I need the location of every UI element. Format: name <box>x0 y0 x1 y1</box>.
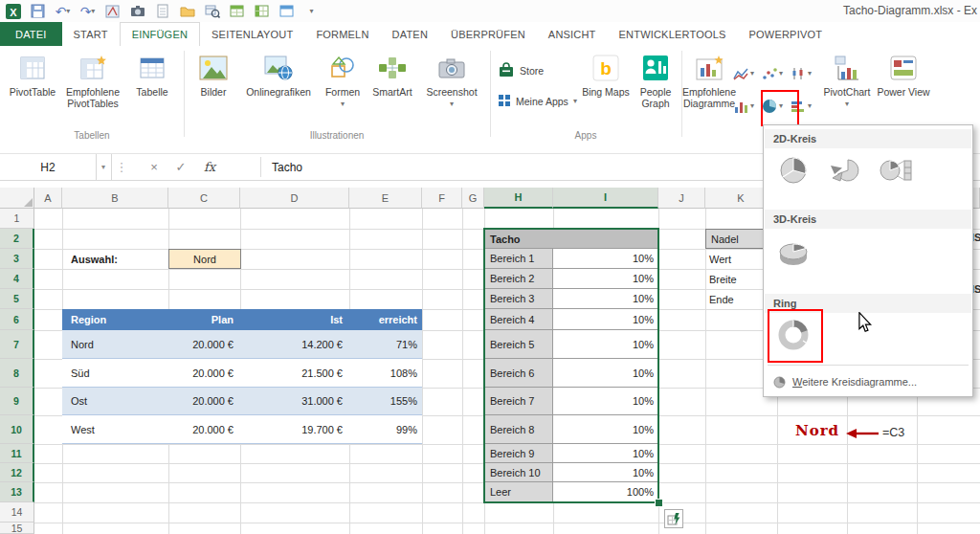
annotation-nord-text[interactable]: Nord <box>795 420 853 441</box>
column-header-I[interactable]: I <box>553 188 658 209</box>
bilder-button[interactable]: Bilder <box>191 53 235 98</box>
cell-K3-wert[interactable]: Wert <box>709 249 767 269</box>
new-sheet-button[interactable] <box>154 3 170 19</box>
scatter-chart-button[interactable]: ▾ <box>762 59 791 88</box>
bing-maps-button[interactable]: b Bing Maps <box>582 53 630 98</box>
region-table-header-plan[interactable]: Plan <box>168 309 240 330</box>
cell-H11[interactable]: Bereich 9 <box>485 444 553 463</box>
cell-H9[interactable]: Bereich 7 <box>485 388 553 415</box>
table-cell[interactable]: 20.000 € <box>168 330 240 358</box>
table-cell[interactable]: Ost <box>62 388 168 414</box>
annotation-formula-ref[interactable]: =C3 <box>882 424 904 441</box>
quick-analysis-button[interactable] <box>664 509 683 528</box>
row-header-9[interactable]: 9 <box>0 388 34 415</box>
people-graph-button[interactable]: People Graph <box>634 53 678 110</box>
table-button-1[interactable] <box>229 3 245 19</box>
row-header-2[interactable]: 2 <box>0 229 34 249</box>
zoom-table-button[interactable] <box>204 3 220 19</box>
cell-B3-auswahl-label[interactable]: Auswahl: <box>71 249 167 269</box>
row-header-4[interactable]: 4 <box>0 269 34 289</box>
cell-I13[interactable]: 100% <box>553 482 659 502</box>
table-cell[interactable]: 19.700 € <box>240 415 349 443</box>
table-cell[interactable]: 71% <box>349 330 422 358</box>
formula-input[interactable]: Tacho <box>272 154 302 180</box>
cell-H7[interactable]: Bereich 5 <box>485 330 553 359</box>
cell-H8[interactable]: Bereich 6 <box>485 359 553 388</box>
column-header-H[interactable]: H <box>484 188 553 209</box>
table-cell[interactable]: West <box>62 415 168 443</box>
row-header-6[interactable]: 6 <box>0 309 34 330</box>
folder-button[interactable] <box>179 3 195 19</box>
redo-button[interactable]: ↷▾ <box>79 3 96 19</box>
cell-I10[interactable]: 10% <box>553 415 659 444</box>
tab-datei[interactable]: DATEI <box>0 22 62 46</box>
tab-ansicht[interactable]: ANSICHT <box>537 22 608 46</box>
screenshot-button[interactable]: Screenshot ▾ <box>421 53 482 108</box>
save-button[interactable] <box>30 3 46 19</box>
row-header-11[interactable]: 11 <box>0 444 34 463</box>
tabelle-button[interactable]: Tabelle <box>126 53 178 98</box>
cell-C3-auswahl-value[interactable]: Nord <box>168 249 241 269</box>
cell-H2-tacho-header[interactable]: Tacho <box>485 230 659 249</box>
table-cell[interactable]: 20.000 € <box>168 359 240 387</box>
ring-option[interactable] <box>771 315 815 355</box>
column-header-F[interactable]: F <box>422 188 462 209</box>
cell-I9[interactable]: 10% <box>553 388 659 415</box>
row-header-5[interactable]: 5 <box>0 289 34 309</box>
row-header-8[interactable]: 8 <box>0 359 34 388</box>
power-view-button[interactable]: Power View <box>875 53 932 98</box>
table-cell[interactable]: 21.500 € <box>240 359 349 387</box>
column-header-J[interactable]: J <box>658 188 705 209</box>
column-header-E[interactable]: E <box>349 188 422 209</box>
name-box-dropdown-icon[interactable]: ▾ <box>96 154 112 180</box>
more-pie-charts-item[interactable]: Weitere Kreisdiagramme... <box>764 370 972 393</box>
column-header-C[interactable]: C <box>168 188 240 209</box>
empfohlene-diagramme-button[interactable]: Empfohlene Diagramme <box>683 53 735 110</box>
cell-I4[interactable]: 10% <box>553 269 659 289</box>
row-header-10[interactable]: 10 <box>0 415 34 444</box>
table-cell[interactable]: 20.000 € <box>168 415 240 443</box>
column-chart-button[interactable]: ▾ <box>733 92 762 121</box>
column-header-D[interactable]: D <box>240 188 349 209</box>
smartart-button[interactable]: SmartArt <box>368 53 417 98</box>
region-table-header-ist[interactable]: Ist <box>240 309 349 330</box>
table-cell[interactable]: 14.200 € <box>240 330 349 358</box>
cell-K5-ende[interactable]: Ende <box>709 289 767 309</box>
cell-H12[interactable]: Bereich 10 <box>485 463 553 482</box>
tab-entwicklertools[interactable]: ENTWICKLERTOOLS <box>608 22 738 46</box>
camera-button[interactable] <box>129 3 145 19</box>
bar-chart-button[interactable]: ▾ <box>791 92 819 121</box>
cell-H10[interactable]: Bereich 8 <box>485 415 553 444</box>
qat-more-button[interactable]: ▾ <box>303 3 320 19</box>
cell-I5[interactable]: 10% <box>553 289 659 309</box>
annotation-arrow[interactable] <box>846 427 880 444</box>
table-cell[interactable]: 108% <box>349 359 422 387</box>
stock-chart-button[interactable]: ▾ <box>791 59 819 88</box>
column-header-B[interactable]: B <box>62 188 168 209</box>
cell-H6[interactable]: Bereich 4 <box>485 309 553 330</box>
pie-2d-option[interactable] <box>771 150 815 190</box>
cell-I7[interactable]: 10% <box>553 330 659 359</box>
row-header-12[interactable]: 12 <box>0 463 34 482</box>
onlinegrafiken-button[interactable]: Onlinegrafiken <box>239 53 318 98</box>
excel-logo-icon[interactable]: X <box>5 3 21 19</box>
undo-button[interactable]: ↶▾ <box>55 3 71 19</box>
cell-H3[interactable]: Bereich 1 <box>485 249 553 269</box>
cell-I8[interactable]: 10% <box>553 359 659 388</box>
table-cell[interactable]: 155% <box>349 388 422 414</box>
cell-K4-breite[interactable]: Breite <box>709 269 767 289</box>
pivotchart-button[interactable]: PivotChart ▾ <box>821 53 873 108</box>
table-cell[interactable]: Süd <box>62 359 168 387</box>
formula-bar-splitter[interactable]: ⋮ <box>115 154 128 180</box>
row-header-7[interactable]: 7 <box>0 330 34 359</box>
name-box[interactable]: H2 <box>0 154 97 180</box>
exploded-pie-2d-option[interactable] <box>823 150 867 190</box>
tab-start[interactable]: START <box>62 22 120 46</box>
window-button[interactable] <box>278 3 295 19</box>
pie-3d-option[interactable] <box>771 233 815 273</box>
tab-powerpivot[interactable]: POWERPIVOT <box>738 22 835 46</box>
store-button[interactable]: Store <box>498 61 544 80</box>
column-header-G[interactable]: G <box>462 188 484 209</box>
cell-I12[interactable]: 10% <box>553 463 659 482</box>
pie-chart-button[interactable]: ▾ <box>762 92 791 121</box>
